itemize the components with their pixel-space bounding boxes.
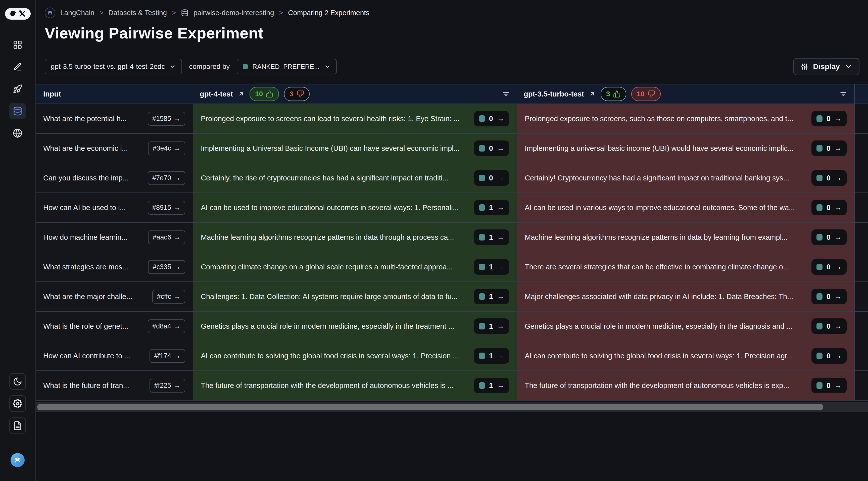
sidebar-item-datasets[interactable] (9, 103, 26, 119)
settings-button[interactable] (9, 395, 26, 412)
score-badge[interactable]: 1→ (474, 378, 509, 393)
score-badge[interactable]: 0→ (474, 170, 509, 186)
score-badge[interactable]: 0→ (811, 200, 847, 215)
feedback-swatch (816, 293, 823, 300)
example-link-badge[interactable]: #aac6→ (148, 231, 185, 244)
arrow-right-icon: → (835, 352, 842, 359)
horizontal-scrollbar-track[interactable] (36, 402, 868, 412)
example-link-badge[interactable]: #3e4c→ (148, 142, 185, 155)
experiment-a-output-cell[interactable]: AI can contribute to solving the global … (193, 341, 517, 370)
arrow-right-icon: → (835, 204, 842, 211)
score-badge[interactable]: 0→ (811, 170, 847, 186)
experiment-a-output-cell[interactable]: Prolonged exposure to screens can lead t… (193, 104, 517, 133)
score-badge[interactable]: 1→ (474, 289, 509, 304)
breadcrumb-datasets-link[interactable]: Datasets & Testing (108, 9, 167, 17)
external-link-icon[interactable] (589, 91, 596, 97)
example-link-badge[interactable]: #7e70→ (148, 171, 185, 185)
score-badge[interactable]: 1→ (474, 259, 509, 275)
breadcrumb-org-link[interactable]: LangChain (60, 9, 94, 17)
score-badge[interactable]: 1→ (474, 348, 509, 364)
score-badge[interactable]: 0→ (811, 348, 847, 364)
experiment-a-output-cell[interactable]: Machine learning algorithms recognize pa… (193, 223, 517, 252)
sidebar-footer (0, 373, 35, 467)
input-cell[interactable]: How can AI contribute to ...#f174→ (36, 341, 193, 370)
thumbs-down-count-badge[interactable]: 3 (284, 87, 310, 101)
experiment-b-output-cell[interactable]: AI can contribute to solving the global … (517, 341, 854, 370)
experiment-a-output-cell[interactable]: Certainly, the rise of cryptocurrencies … (193, 163, 517, 192)
arrow-right-icon: → (174, 323, 181, 330)
horizontal-scrollbar-thumb[interactable] (37, 404, 823, 410)
score-badge[interactable]: 0→ (811, 289, 847, 304)
experiment-b-output-cell[interactable]: The future of transportation with the de… (517, 371, 854, 400)
experiment-b-output-cell[interactable]: AI can be used in various ways to improv… (517, 193, 854, 222)
example-link-badge[interactable]: #cffc→ (152, 290, 185, 304)
thumbs-up-count-badge[interactable]: 10 (250, 87, 279, 101)
score-badge[interactable]: 0→ (474, 141, 509, 156)
experiment-b-name[interactable]: gpt-3.5-turbo-test (524, 90, 584, 98)
display-button[interactable]: Display (793, 58, 860, 75)
score-badge[interactable]: 1→ (474, 319, 509, 334)
langsmith-logo[interactable] (5, 8, 31, 20)
user-avatar[interactable] (10, 453, 25, 467)
input-cell[interactable]: How do machine learnin...#aac6→ (36, 223, 193, 252)
experiment-a-name[interactable]: gpt-4-test (200, 90, 233, 98)
arrow-right-icon: → (174, 204, 181, 211)
org-avatar[interactable] (45, 7, 55, 18)
filter-icon[interactable] (502, 90, 510, 98)
experiment-b-output-cell[interactable]: Machine learning algorithms recognize pa… (517, 223, 854, 252)
experiment-a-output-cell[interactable]: Genetics plays a crucial role in modern … (193, 311, 517, 341)
experiment-a-output-cell[interactable]: Implementing a Universal Basic Income (U… (193, 134, 517, 163)
feedback-key-select[interactable]: RANKED_PREFERE... (237, 59, 337, 74)
example-link-badge[interactable]: #c335→ (148, 260, 185, 274)
experiment-a-output-cell[interactable]: AI can be used to improve educational ou… (193, 193, 517, 222)
score-badge[interactable]: 0→ (811, 111, 847, 126)
sidebar-item-deployments[interactable] (9, 81, 26, 97)
external-link-icon[interactable] (238, 91, 245, 97)
score-badge[interactable]: 0→ (811, 319, 847, 334)
input-cell[interactable]: What are the economic i...#3e4c→ (36, 134, 193, 163)
breadcrumb: LangChain > Datasets & Testing > pairwis… (45, 7, 369, 19)
input-cell[interactable]: What is the role of genet...#d8a4→ (36, 311, 193, 341)
next-column-sliver (854, 311, 868, 341)
score-badge[interactable]: 0→ (811, 230, 847, 245)
score-badge[interactable]: 0→ (811, 259, 847, 275)
score-badge[interactable]: 0→ (474, 111, 509, 126)
experiment-b-output-cell[interactable]: There are several strategies that can be… (517, 252, 854, 281)
example-link-badge[interactable]: #8915→ (148, 201, 185, 215)
breadcrumb-dataset-link[interactable]: pairwise-demo-interesting (193, 9, 274, 17)
input-cell[interactable]: How can AI be used to i...#8915→ (36, 193, 193, 222)
experiment-b-output-cell[interactable]: Certainly! Cryptocurrency has had a sign… (517, 163, 854, 192)
example-link-badge[interactable]: #1585→ (148, 112, 185, 126)
experiment-b-output-cell[interactable]: Prolonged exposure to screens, such as t… (517, 104, 854, 133)
sidebar-item-hub[interactable] (9, 125, 26, 142)
experiment-pair-select[interactable]: gpt-3.5-turbo-test vs. gpt-4-test-2edc (45, 59, 182, 74)
experiment-b-output-cell[interactable]: Major challenges associated with data pr… (517, 282, 854, 311)
experiment-a-output-cell[interactable]: The future of transportation with the de… (193, 371, 517, 400)
score-badge[interactable]: 1→ (474, 200, 509, 215)
next-column-sliver (854, 134, 868, 163)
experiment-b-output-cell[interactable]: Implementing a universal basic income (U… (517, 134, 854, 163)
score-badge[interactable]: 0→ (811, 378, 847, 393)
experiment-a-output-cell[interactable]: Challenges: 1. Data Collection: AI syste… (193, 282, 517, 311)
input-cell[interactable]: What are the potential h...#1585→ (36, 104, 193, 133)
experiment-b-output-cell[interactable]: Genetics plays a crucial role in modern … (517, 311, 854, 341)
moon-icon (13, 377, 22, 386)
input-cell[interactable]: What strategies are mos...#c335→ (36, 252, 193, 281)
example-link-badge[interactable]: #d8a4→ (148, 320, 185, 333)
thumbs-up-count-badge[interactable]: 3 (600, 87, 626, 101)
input-cell[interactable]: What are the major challe...#cffc→ (36, 282, 193, 311)
score-badge[interactable]: 1→ (474, 230, 509, 245)
next-column-sliver (854, 371, 868, 400)
theme-toggle-button[interactable] (9, 373, 26, 390)
input-cell[interactable]: Can you discuss the imp...#7e70→ (36, 163, 193, 192)
example-link-badge[interactable]: #f225→ (150, 379, 185, 393)
example-link-badge[interactable]: #f174→ (150, 349, 185, 363)
sidebar-item-home[interactable] (9, 36, 26, 53)
input-cell[interactable]: What is the future of tran...#f225→ (36, 371, 193, 400)
filter-icon[interactable] (839, 90, 848, 98)
experiment-a-output-cell[interactable]: Combating climate change on a global sca… (193, 252, 517, 281)
sidebar-item-annotations[interactable] (9, 59, 26, 75)
docs-button[interactable] (9, 417, 26, 434)
thumbs-down-count-badge[interactable]: 10 (631, 87, 661, 101)
score-badge[interactable]: 0→ (811, 141, 847, 156)
